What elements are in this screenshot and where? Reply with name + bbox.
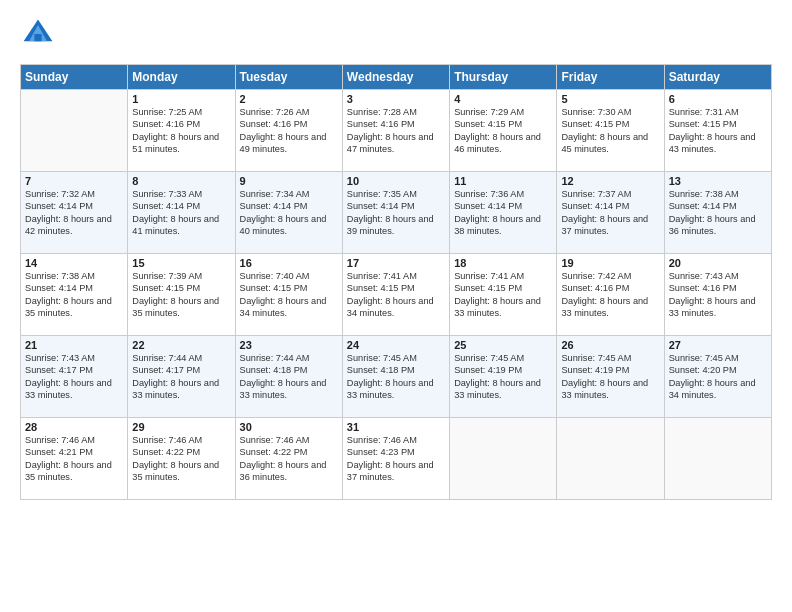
calendar-page: SundayMondayTuesdayWednesdayThursdayFrid… [0,0,792,612]
calendar-cell: 19Sunrise: 7:42 AM Sunset: 4:16 PM Dayli… [557,254,664,336]
day-info: Sunrise: 7:45 AM Sunset: 4:19 PM Dayligh… [454,352,552,402]
day-info: Sunrise: 7:33 AM Sunset: 4:14 PM Dayligh… [132,188,230,238]
calendar-cell: 22Sunrise: 7:44 AM Sunset: 4:17 PM Dayli… [128,336,235,418]
day-number: 22 [132,339,230,351]
day-number: 20 [669,257,767,269]
day-number: 21 [25,339,123,351]
day-info: Sunrise: 7:26 AM Sunset: 4:16 PM Dayligh… [240,106,338,156]
calendar-cell: 28Sunrise: 7:46 AM Sunset: 4:21 PM Dayli… [21,418,128,500]
calendar-cell: 25Sunrise: 7:45 AM Sunset: 4:19 PM Dayli… [450,336,557,418]
weekday-header-wednesday: Wednesday [342,65,449,90]
day-info: Sunrise: 7:46 AM Sunset: 4:23 PM Dayligh… [347,434,445,484]
calendar-cell: 5Sunrise: 7:30 AM Sunset: 4:15 PM Daylig… [557,90,664,172]
day-info: Sunrise: 7:30 AM Sunset: 4:15 PM Dayligh… [561,106,659,156]
calendar-cell: 4Sunrise: 7:29 AM Sunset: 4:15 PM Daylig… [450,90,557,172]
calendar-cell: 12Sunrise: 7:37 AM Sunset: 4:14 PM Dayli… [557,172,664,254]
day-info: Sunrise: 7:44 AM Sunset: 4:18 PM Dayligh… [240,352,338,402]
day-number: 14 [25,257,123,269]
day-number: 3 [347,93,445,105]
calendar-cell [557,418,664,500]
calendar-cell: 29Sunrise: 7:46 AM Sunset: 4:22 PM Dayli… [128,418,235,500]
day-info: Sunrise: 7:46 AM Sunset: 4:22 PM Dayligh… [132,434,230,484]
calendar-cell: 9Sunrise: 7:34 AM Sunset: 4:14 PM Daylig… [235,172,342,254]
weekday-header-sunday: Sunday [21,65,128,90]
day-info: Sunrise: 7:45 AM Sunset: 4:18 PM Dayligh… [347,352,445,402]
calendar-cell: 20Sunrise: 7:43 AM Sunset: 4:16 PM Dayli… [664,254,771,336]
calendar-cell: 14Sunrise: 7:38 AM Sunset: 4:14 PM Dayli… [21,254,128,336]
calendar-cell: 8Sunrise: 7:33 AM Sunset: 4:14 PM Daylig… [128,172,235,254]
weekday-header-saturday: Saturday [664,65,771,90]
calendar-cell: 26Sunrise: 7:45 AM Sunset: 4:19 PM Dayli… [557,336,664,418]
day-number: 18 [454,257,552,269]
calendar-cell [450,418,557,500]
calendar-cell: 10Sunrise: 7:35 AM Sunset: 4:14 PM Dayli… [342,172,449,254]
day-info: Sunrise: 7:46 AM Sunset: 4:22 PM Dayligh… [240,434,338,484]
day-number: 24 [347,339,445,351]
weekday-header-monday: Monday [128,65,235,90]
calendar-cell: 11Sunrise: 7:36 AM Sunset: 4:14 PM Dayli… [450,172,557,254]
calendar-cell: 21Sunrise: 7:43 AM Sunset: 4:17 PM Dayli… [21,336,128,418]
day-number: 31 [347,421,445,433]
calendar-week-row: 14Sunrise: 7:38 AM Sunset: 4:14 PM Dayli… [21,254,772,336]
logo-icon [20,16,56,52]
calendar-cell: 16Sunrise: 7:40 AM Sunset: 4:15 PM Dayli… [235,254,342,336]
day-number: 1 [132,93,230,105]
day-info: Sunrise: 7:41 AM Sunset: 4:15 PM Dayligh… [347,270,445,320]
day-info: Sunrise: 7:31 AM Sunset: 4:15 PM Dayligh… [669,106,767,156]
calendar-body: 1Sunrise: 7:25 AM Sunset: 4:16 PM Daylig… [21,90,772,500]
day-number: 5 [561,93,659,105]
day-number: 26 [561,339,659,351]
day-number: 6 [669,93,767,105]
day-info: Sunrise: 7:40 AM Sunset: 4:15 PM Dayligh… [240,270,338,320]
day-info: Sunrise: 7:39 AM Sunset: 4:15 PM Dayligh… [132,270,230,320]
calendar-cell: 2Sunrise: 7:26 AM Sunset: 4:16 PM Daylig… [235,90,342,172]
day-number: 16 [240,257,338,269]
calendar-cell: 23Sunrise: 7:44 AM Sunset: 4:18 PM Dayli… [235,336,342,418]
day-info: Sunrise: 7:28 AM Sunset: 4:16 PM Dayligh… [347,106,445,156]
day-number: 19 [561,257,659,269]
day-number: 4 [454,93,552,105]
day-number: 13 [669,175,767,187]
day-number: 29 [132,421,230,433]
day-info: Sunrise: 7:35 AM Sunset: 4:14 PM Dayligh… [347,188,445,238]
header [20,16,772,52]
day-info: Sunrise: 7:34 AM Sunset: 4:14 PM Dayligh… [240,188,338,238]
calendar-week-row: 21Sunrise: 7:43 AM Sunset: 4:17 PM Dayli… [21,336,772,418]
logo [20,16,62,52]
day-info: Sunrise: 7:25 AM Sunset: 4:16 PM Dayligh… [132,106,230,156]
day-number: 7 [25,175,123,187]
day-number: 12 [561,175,659,187]
calendar-cell: 6Sunrise: 7:31 AM Sunset: 4:15 PM Daylig… [664,90,771,172]
day-number: 25 [454,339,552,351]
day-info: Sunrise: 7:44 AM Sunset: 4:17 PM Dayligh… [132,352,230,402]
day-info: Sunrise: 7:32 AM Sunset: 4:14 PM Dayligh… [25,188,123,238]
day-info: Sunrise: 7:38 AM Sunset: 4:14 PM Dayligh… [669,188,767,238]
day-info: Sunrise: 7:36 AM Sunset: 4:14 PM Dayligh… [454,188,552,238]
calendar-week-row: 28Sunrise: 7:46 AM Sunset: 4:21 PM Dayli… [21,418,772,500]
calendar-cell: 30Sunrise: 7:46 AM Sunset: 4:22 PM Dayli… [235,418,342,500]
day-info: Sunrise: 7:43 AM Sunset: 4:17 PM Dayligh… [25,352,123,402]
day-info: Sunrise: 7:37 AM Sunset: 4:14 PM Dayligh… [561,188,659,238]
svg-rect-2 [34,34,41,41]
day-number: 23 [240,339,338,351]
day-number: 17 [347,257,445,269]
day-info: Sunrise: 7:38 AM Sunset: 4:14 PM Dayligh… [25,270,123,320]
calendar-cell: 1Sunrise: 7:25 AM Sunset: 4:16 PM Daylig… [128,90,235,172]
calendar-week-row: 7Sunrise: 7:32 AM Sunset: 4:14 PM Daylig… [21,172,772,254]
calendar-cell: 18Sunrise: 7:41 AM Sunset: 4:15 PM Dayli… [450,254,557,336]
day-info: Sunrise: 7:41 AM Sunset: 4:15 PM Dayligh… [454,270,552,320]
calendar-cell: 13Sunrise: 7:38 AM Sunset: 4:14 PM Dayli… [664,172,771,254]
calendar-table: SundayMondayTuesdayWednesdayThursdayFrid… [20,64,772,500]
day-info: Sunrise: 7:29 AM Sunset: 4:15 PM Dayligh… [454,106,552,156]
calendar-cell: 7Sunrise: 7:32 AM Sunset: 4:14 PM Daylig… [21,172,128,254]
day-info: Sunrise: 7:45 AM Sunset: 4:19 PM Dayligh… [561,352,659,402]
day-number: 28 [25,421,123,433]
day-info: Sunrise: 7:46 AM Sunset: 4:21 PM Dayligh… [25,434,123,484]
calendar-cell: 24Sunrise: 7:45 AM Sunset: 4:18 PM Dayli… [342,336,449,418]
calendar-cell: 17Sunrise: 7:41 AM Sunset: 4:15 PM Dayli… [342,254,449,336]
day-number: 30 [240,421,338,433]
day-info: Sunrise: 7:43 AM Sunset: 4:16 PM Dayligh… [669,270,767,320]
day-number: 27 [669,339,767,351]
calendar-cell: 15Sunrise: 7:39 AM Sunset: 4:15 PM Dayli… [128,254,235,336]
day-number: 11 [454,175,552,187]
